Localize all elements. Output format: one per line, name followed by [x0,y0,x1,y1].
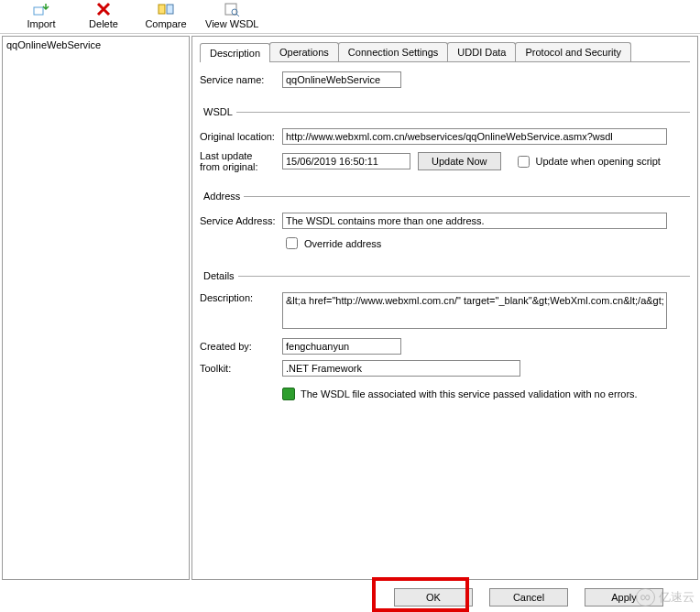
override-label: Override address [304,238,381,249]
watermark-text: 亿速云 [659,589,695,606]
toolbar-view-wsdl[interactable]: View WSDL [205,2,258,29]
toolbar-view-wsdl-label: View WSDL [205,18,258,29]
svg-rect-2 [167,5,173,14]
service-tree[interactable]: qqOnlineWebService [2,36,190,580]
toolbar-delete-label: Delete [89,18,118,29]
last-update-label: Last update from original: [200,150,282,172]
tab-uddi[interactable]: UDDI Data [447,42,516,61]
description-textbox[interactable]: &lt;a href="http://www.webxml.com.cn/" t… [282,292,667,329]
tab-description[interactable]: Description [200,43,270,62]
svg-rect-0 [34,7,43,15]
toolbar-compare[interactable]: Compare [143,2,189,29]
details-legend: Details [200,270,238,281]
service-name-input[interactable] [282,71,401,88]
tree-item[interactable]: qqOnlineWebService [5,38,187,51]
import-icon [32,2,50,16]
wsdl-legend: WSDL [200,106,236,117]
cancel-button[interactable]: Cancel [489,588,568,607]
toolkit-label: Toolkit: [200,363,282,374]
override-checkbox-input[interactable] [286,237,298,249]
view-wsdl-icon [223,2,241,16]
orig-loc-input[interactable] [282,128,667,145]
details-group: Details Description: &lt;a href="http://… [200,270,690,400]
ok-button[interactable]: OK [394,588,473,607]
check-icon [282,388,295,400]
last-update-input[interactable] [282,153,410,169]
update-open-label: Update when opening script [536,156,661,167]
tabs: Description Operations Connection Settin… [200,42,690,62]
service-name-label: Service name: [200,74,282,85]
created-by-label: Created by: [200,341,282,352]
service-address-input[interactable] [282,213,667,229]
toolbar-import-label: Import [27,18,55,29]
created-by-input[interactable] [282,338,401,355]
toolbar-delete[interactable]: Delete [81,2,126,29]
toolbar: Import Delete Compare View WSDL [0,0,700,34]
update-now-button[interactable]: Update Now [418,152,501,170]
override-checkbox[interactable]: Override address [282,235,381,252]
description-label: Description: [200,292,282,303]
tab-operations[interactable]: Operations [269,42,339,61]
tab-protocol[interactable]: Protocol and Security [515,42,631,61]
toolkit-input[interactable] [282,360,520,377]
validation-status: The WSDL file associated with this servi… [282,388,690,400]
address-group: Address Service Address: Override addres… [200,191,690,257]
orig-loc-label: Original location: [200,131,282,142]
delete-icon [94,2,113,16]
watermark-icon: ∞ [636,588,655,607]
service-address-label: Service Address: [200,215,282,226]
tab-connection[interactable]: Connection Settings [338,42,448,61]
address-legend: Address [200,191,244,202]
compare-icon [157,2,175,16]
status-message: The WSDL file associated with this servi… [301,388,638,399]
update-open-checkbox-input[interactable] [518,156,530,168]
wsdl-group: WSDL Original location: Last update from… [200,106,690,178]
update-open-checkbox[interactable]: Update when opening script [514,153,661,170]
toolbar-compare-label: Compare [145,18,186,29]
svg-rect-1 [159,5,165,14]
watermark: ∞ 亿速云 [636,588,695,607]
toolbar-import[interactable]: Import [18,2,64,29]
dialog-buttons: OK Cancel Apply [394,588,663,607]
details-panel: Description Operations Connection Settin… [191,36,698,580]
